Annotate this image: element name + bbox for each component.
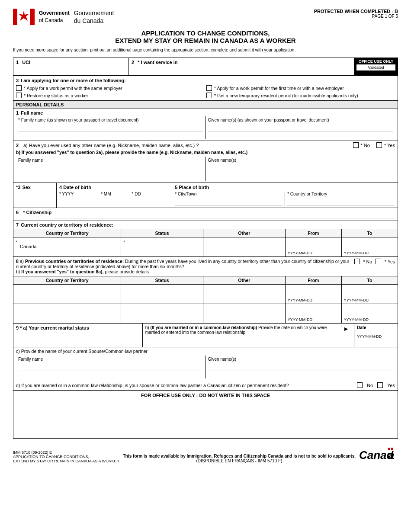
personal-details-label: PERSONAL DETAILS: [16, 102, 64, 107]
q7-other-field[interactable]: [203, 237, 286, 256]
q1-given-input[interactable]: [208, 124, 393, 132]
canada-flag-icon: [13, 9, 35, 25]
q6-input[interactable]: [54, 211, 395, 218]
q9d-no-label: No: [367, 383, 373, 388]
q2-given-input[interactable]: [208, 164, 393, 172]
q2a-yes-box[interactable]: [376, 142, 382, 148]
q7-col-from: From: [286, 229, 342, 237]
q8-yes-box[interactable]: [376, 259, 381, 264]
pob-city-label: * City/Town: [175, 192, 283, 196]
main-form: 1 UCI 2 * I want service in OFFICE USE O…: [13, 58, 398, 439]
checkbox-new-employer[interactable]: * Apply for a work permit for the first …: [206, 85, 395, 91]
q8-r1-country[interactable]: [13, 285, 121, 304]
spouse-given-input[interactable]: [208, 363, 393, 371]
spouse-family-col: Family name: [16, 356, 206, 378]
q2a-no-box[interactable]: [353, 142, 359, 148]
q9c-row: c) Provide the name of your current Spou…: [13, 347, 398, 380]
dob-cell: 4 Date of birth * YYYY * MM * DD: [57, 183, 172, 208]
q9-date-label: Date: [357, 325, 395, 330]
applying-row: 3 I am applying for one or more of the f…: [13, 76, 398, 101]
page-number: PAGE 1 OF 5: [314, 14, 398, 19]
spouse-name-fields: Family name Given name(s): [16, 356, 395, 378]
service-label: * I want service in: [138, 60, 177, 65]
q8-r2-status[interactable]: [121, 304, 203, 323]
q6-label: * Citizenship: [23, 210, 51, 215]
q8-col-status: Status: [121, 276, 203, 284]
q8-r2-other[interactable]: [203, 304, 286, 323]
q7-country-field: * Canada: [13, 237, 121, 256]
checkbox-restore-box[interactable]: [16, 93, 22, 98]
office-use-bottom: FOR OFFICE USE ONLY - DO NOT WRITE IN TH…: [13, 391, 398, 438]
q7-num: 7: [16, 222, 19, 228]
personal-details-header: PERSONAL DETAILS: [13, 101, 398, 109]
gov-en-line2: of Canada: [39, 17, 70, 24]
q2-section: 2 a) Have you ever used any other name (…: [13, 141, 398, 183]
logo-area: Government of Canada Gouvernement du Can…: [13, 9, 114, 25]
spouse-family-input[interactable]: [18, 363, 203, 371]
q1-given-col: Given name(s) (as shown on your passport…: [206, 116, 395, 139]
dob-dd-input[interactable]: [142, 194, 157, 194]
q8-r1-to: YYYY-MM-DD: [342, 285, 398, 304]
checkbox-temp-resident[interactable]: * Get a new temporary resident permit (f…: [206, 93, 395, 98]
dob-yyyy-input[interactable]: [75, 194, 96, 194]
q6-row: 6 * Citizenship: [13, 208, 398, 221]
q7-label: Current country or territory of residenc…: [21, 222, 113, 228]
checkbox-temp-resident-box[interactable]: [206, 93, 212, 98]
q8-r2-country[interactable]: [13, 304, 121, 323]
pob-city-input[interactable]: [175, 198, 283, 206]
checkbox-restore[interactable]: * Restore my status as a worker: [16, 93, 205, 98]
svg-text:a: a: [388, 449, 394, 461]
q8-section: 8 a) Previous countries or territories o…: [13, 257, 398, 324]
footer-form-name2: EXTEND MY STAY OR REMAIN IN CANADA AS A …: [13, 459, 119, 463]
pob-cell: 5 Place of birth * City/Town * Country o…: [172, 183, 398, 208]
sex-dob-pob-row: *3 Sex 4 Date of birth * YYYY * MM * DD: [13, 183, 398, 208]
q1-family-input[interactable]: [18, 124, 203, 132]
checkbox-temp-resident-label: * Get a new temporary resident permit (f…: [214, 93, 358, 98]
q7-status-field: *: [121, 237, 203, 256]
q9d-no-box[interactable]: [357, 382, 363, 388]
spouse-family-label: Family name: [18, 357, 203, 362]
q2-family-input[interactable]: [18, 164, 203, 172]
q3-label: Sex: [22, 185, 31, 190]
q7-col-to: To: [342, 229, 398, 237]
dob-mm-field: * MM: [101, 192, 127, 196]
q2a-yes-label: * Yes: [384, 143, 395, 148]
q3-text: I am applying for one or more of the fol…: [21, 78, 126, 83]
q9a-label: * a) Your current marital status: [20, 325, 89, 330]
office-use-cell: OFFICE USE ONLY Validated: [354, 58, 398, 75]
checkbox-new-employer-box[interactable]: [206, 85, 212, 91]
dob-mm-input[interactable]: [112, 194, 128, 194]
q2-given-col: Given name(s): [206, 157, 395, 181]
q8-table-header: Country or Territory Status Other From T…: [13, 276, 398, 285]
q2-given-label: Given name(s): [208, 158, 393, 163]
q8-r1-other[interactable]: [203, 285, 286, 304]
checkbox-new-employer-label: * Apply for a work permit for the first …: [214, 86, 344, 91]
q8-no-box[interactable]: [354, 259, 360, 264]
uci-service-row: 1 UCI 2 * I want service in OFFICE USE O…: [13, 58, 398, 76]
q9a-input[interactable]: [16, 337, 140, 345]
pob-country-input[interactable]: [287, 198, 395, 206]
q9-date-cell: Date YYYY-MM-DD: [354, 324, 398, 347]
q8-r1-status[interactable]: [121, 285, 203, 304]
footer-center: This form is made available by Immigrati…: [119, 454, 359, 463]
q7-header-row: 7 Current country or territory of reside…: [13, 221, 398, 229]
checkbox-same-employer-box[interactable]: [16, 85, 22, 91]
service-cell: 2 * I want service in: [129, 58, 354, 75]
svg-rect-6: [388, 448, 390, 450]
q9b-text: b) (If you are married or in a common-la…: [145, 325, 341, 335]
office-use-bottom-text: FOR OFFICE USE ONLY - DO NOT WRITE IN TH…: [141, 393, 270, 398]
q9-num: 9: [16, 325, 19, 330]
q3-label: 3 I am applying for one or more of the f…: [16, 78, 395, 83]
q7-col-country: Country or Territory: [13, 229, 121, 237]
q8-yes-label: * Yes: [385, 259, 395, 264]
office-use-label: OFFICE USE ONLY: [359, 59, 394, 64]
q9d-yes-box[interactable]: [377, 382, 383, 388]
dob-dd-label: * DD: [132, 192, 141, 196]
q9d-text: d) If you are married or in a common-law…: [16, 383, 353, 388]
q9-date-format: YYYY-MM-DD: [357, 334, 395, 339]
footer-center-text: This form is made available by Immigrati…: [119, 454, 359, 458]
q8-radio: * No * Yes: [354, 259, 395, 264]
dob-yyyy-label: * YYYY: [59, 192, 74, 196]
q7-to-field: YYYY-MM-DD: [342, 237, 398, 256]
checkbox-same-employer[interactable]: * Apply for a work permit with the same …: [16, 85, 205, 91]
